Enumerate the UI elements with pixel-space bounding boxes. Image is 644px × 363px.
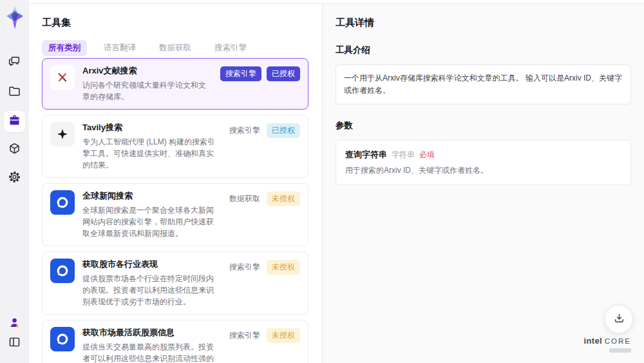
parameter-card: 查询字符串 字符串 必填 用于搜索的Arxiv ID、关键字或作者姓名。 — [336, 140, 631, 185]
gear-icon — [8, 170, 21, 186]
tool-description: 提供股票市场各个行业在特定时间段内的表现。投资者可以利用这些信息来识别表现优于或… — [82, 273, 220, 308]
param-required-badge: 必填 — [419, 150, 435, 161]
tab-2[interactable]: 数据获取 — [153, 40, 198, 56]
tool-details-panel: 工具详情 工具介绍 一个用于从Arxiv存储库搜索科学论文和文章的工具。 输入可… — [323, 4, 644, 363]
tool-list: Arxiv文献搜索 访问各个研究领域大量科学论文和文章的存储库。 搜索引擎 已授… — [42, 58, 308, 363]
arxiv-logo-icon — [50, 65, 75, 90]
toolbox-icon — [8, 113, 21, 130]
sidebar-item-models[interactable] — [4, 139, 25, 161]
param-description: 用于搜索的Arxiv ID、关键字或作者姓名。 — [345, 165, 621, 176]
core-wordmark: CORE — [605, 337, 631, 345]
app-logo-icon — [5, 5, 25, 30]
auth-status-badge: 已授权 — [267, 123, 300, 138]
toolset-title: 工具集 — [42, 17, 71, 29]
cube-icon — [8, 142, 21, 158]
tool-list-item-0[interactable]: Arxiv文献搜索 访问各个研究领域大量科学论文和文章的存储库。 搜索引擎 已授… — [42, 58, 308, 110]
param-type: 字符串 — [392, 150, 415, 161]
app-rail — [0, 0, 29, 363]
toolset-panel: 工具集 所有类别语言翻译数据获取搜索引擎 Arxiv文献搜索 访问各个研究领域大… — [29, 4, 322, 363]
four-point-star-icon — [50, 122, 75, 146]
blue-search-icon — [50, 259, 75, 283]
auth-status-badge: 未授权 — [267, 260, 300, 275]
intel-core-logo: intel CORE — [584, 335, 631, 353]
sidebar-item-files[interactable] — [4, 82, 25, 103]
tool-list-item-4[interactable]: 获取市场最活跃股票信息 提供当天交易量最高的股票列表。投资者可以利用这些信息来识… — [42, 320, 308, 363]
details-title: 工具详情 — [336, 17, 631, 29]
param-name: 查询字符串 — [345, 149, 387, 161]
tool-list-item-1[interactable]: Tavily搜索 专为人工智能代理 (LLM) 构建的搜索引擎工具。可快速提供实… — [42, 115, 308, 178]
category-tabs: 所有类别语言翻译数据获取搜索引擎 — [42, 40, 253, 56]
sidebar-item-collapse[interactable] — [4, 333, 25, 354]
tab-1[interactable]: 语言翻译 — [97, 40, 142, 56]
intro-text-box: 一个用于从Arxiv存储库搜索科学论文和文章的工具。 输入可以是Arxiv ID… — [336, 64, 631, 104]
sidebar-item-tools[interactable] — [4, 111, 25, 132]
category-badge: 搜索引擎 — [220, 66, 261, 81]
blue-search-icon — [50, 327, 75, 351]
tool-name: 获取市场最活跃股票信息 — [82, 327, 220, 338]
blue-search-icon — [50, 190, 75, 215]
brand-subtag — [609, 348, 631, 353]
intel-wordmark: intel — [584, 336, 602, 346]
sidebar-item-chat[interactable] — [4, 52, 25, 73]
tool-list-item-3[interactable]: 获取股市各行业表现 提供股票市场各个行业在特定时间段内的表现。投资者可以利用这些… — [42, 251, 308, 315]
chat-icon — [8, 54, 21, 70]
tool-name: 获取股市各行业表现 — [82, 259, 220, 270]
tab-3[interactable]: 搜索引擎 — [208, 40, 253, 56]
folder-icon — [8, 84, 21, 101]
tool-description: 全球新闻搜索是一个聚合全球各大新闻网站内容的搜索引擎，帮助用户快速获取全球最新资… — [82, 204, 220, 239]
category-badge: 搜索引擎 — [228, 328, 261, 343]
tool-name: Arxiv文献搜索 — [82, 65, 213, 77]
tool-name: Tavily搜索 — [82, 122, 220, 133]
auth-status-badge: 已授权 — [267, 66, 300, 81]
tool-list-item-2[interactable]: 全球新闻搜索 全球新闻搜索是一个聚合全球各大新闻网站内容的搜索引擎，帮助用户快速… — [42, 183, 308, 246]
params-heading: 参数 — [336, 120, 631, 132]
sidebar-item-profile[interactable] — [4, 313, 25, 335]
download-icon — [613, 312, 625, 327]
category-badge: 搜索引擎 — [228, 123, 261, 138]
tool-description: 专为人工智能代理 (LLM) 构建的搜索引擎工具。可快速提供实时、准确和真实的结… — [82, 136, 220, 171]
tool-name: 全球新闻搜索 — [82, 190, 220, 202]
auth-status-badge: 未授权 — [267, 191, 300, 206]
category-badge: 数据获取 — [228, 191, 261, 206]
intro-heading: 工具介绍 — [336, 44, 631, 56]
sidebar-item-settings[interactable] — [4, 168, 25, 189]
auth-status-badge: 未授权 — [267, 328, 300, 343]
tab-0[interactable]: 所有类别 — [42, 40, 87, 56]
tool-description: 提供当天交易量最高的股票列表。投资者可以利用这些信息来识别流动性强的股票和潜在的… — [82, 341, 220, 363]
download-button[interactable] — [605, 305, 633, 333]
category-badge: 搜索引擎 — [228, 260, 261, 275]
panel-icon — [8, 335, 21, 351]
tool-description: 访问各个研究领域大量科学论文和文章的存储库。 — [82, 79, 213, 103]
user-icon — [8, 316, 21, 332]
